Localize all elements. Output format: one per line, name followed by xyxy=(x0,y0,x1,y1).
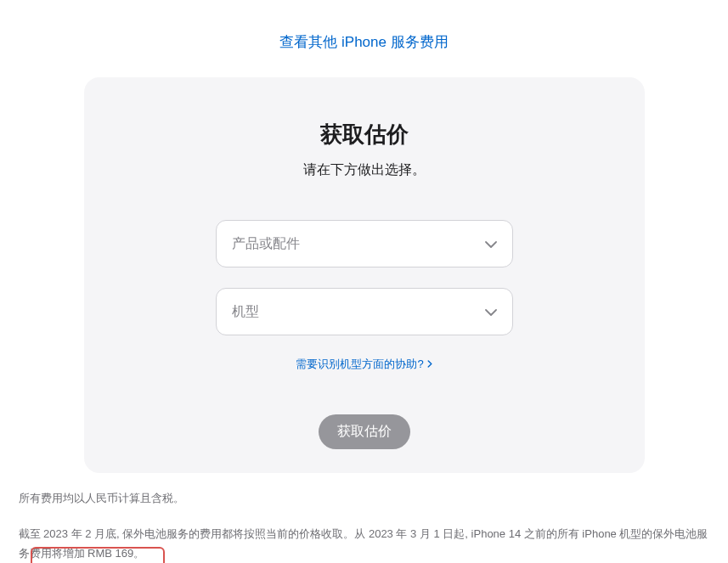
help-link-label: 需要识别机型方面的协助? xyxy=(296,357,423,372)
other-services-link-container: 查看其他 iPhone 服务费用 xyxy=(0,0,728,77)
chevron-down-icon xyxy=(485,236,497,251)
model-dropdown-label: 机型 xyxy=(232,303,259,321)
chevron-right-icon xyxy=(427,359,432,369)
card-title: 获取估价 xyxy=(118,120,611,149)
product-dropdown[interactable]: 产品或配件 xyxy=(216,220,513,267)
footer-note-currency: 所有费用均以人民币计算且含税。 xyxy=(19,490,710,507)
product-dropdown-label: 产品或配件 xyxy=(232,235,300,253)
card-subtitle: 请在下方做出选择。 xyxy=(118,161,611,179)
identify-model-help-link[interactable]: 需要识别机型方面的协助? xyxy=(296,357,432,372)
get-estimate-button[interactable]: 获取估价 xyxy=(319,414,410,449)
chevron-down-icon xyxy=(485,304,497,319)
other-services-link[interactable]: 查看其他 iPhone 服务费用 xyxy=(279,34,448,50)
footer-section: 所有费用均以人民币计算且含税。 截至 2023 年 2 月底, 保外电池服务的费… xyxy=(12,490,717,563)
footer-note-price-change: 截至 2023 年 2 月底, 保外电池服务的费用都将按照当前的价格收取。从 2… xyxy=(19,524,710,564)
estimate-card: 获取估价 请在下方做出选择。 产品或配件 机型 需要识别机型方面的协助? 获取估… xyxy=(84,77,645,473)
model-dropdown[interactable]: 机型 xyxy=(216,288,513,335)
